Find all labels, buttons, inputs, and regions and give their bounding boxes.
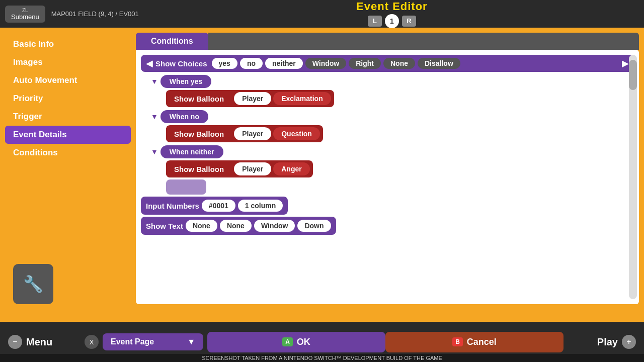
balloon-neither-type[interactable]: Anger: [273, 162, 309, 175]
show-choices-row: ◀ Show Choices yes no neither Window Rig…: [141, 55, 634, 72]
input-columns-pill[interactable]: 1 column: [238, 200, 283, 212]
show-text-opt2[interactable]: None: [220, 220, 252, 232]
top-bar: ZL Submenu MAP001 FIELD (9, 4) / EV001 E…: [0, 0, 644, 28]
when-no-block: ▼ When no Show Balloon Player Question: [151, 110, 634, 142]
show-balloon-neither-label: Show Balloon: [166, 161, 232, 177]
empty-block: [166, 179, 206, 195]
balloon-yes-type[interactable]: Exclamation: [273, 92, 331, 105]
ok-button[interactable]: A OK: [207, 332, 385, 352]
b-badge: B: [452, 337, 463, 346]
show-balloon-no-label: Show Balloon: [166, 126, 232, 142]
sidebar-item-trigger[interactable]: Trigger: [5, 108, 131, 126]
input-numbers-row: Input Numbers #0001 1 column: [141, 197, 288, 215]
page-left-button[interactable]: L: [368, 16, 382, 27]
scroll-thumb: [629, 60, 637, 90]
balloon-neither-target[interactable]: Player: [234, 162, 271, 175]
a-badge: A: [282, 337, 293, 346]
expand-yes-arrow[interactable]: ▼: [151, 77, 158, 85]
choice-pill-yes[interactable]: yes: [212, 58, 237, 69]
event-page-label: Event Page: [111, 337, 154, 346]
choices-nav-right[interactable]: ▶: [622, 58, 629, 69]
show-choices-label: Show Choices: [155, 59, 207, 68]
balloon-no-target[interactable]: Player: [234, 127, 271, 140]
choice-pill-no[interactable]: no: [240, 58, 263, 69]
add-icon-box: 🔧: [13, 264, 53, 304]
scrollbar[interactable]: [629, 55, 637, 299]
show-text-opt4[interactable]: Down: [297, 220, 331, 232]
title-area: Event Editor L 1 R: [145, 0, 639, 28]
show-balloon-yes-label: Show Balloon: [166, 90, 232, 107]
event-page-section: X Event Page ▼: [80, 333, 207, 350]
conditions-tab-bar: Conditions: [136, 33, 639, 50]
right-panel: Conditions ◀ Show Choices yes no neither…: [136, 33, 639, 304]
when-neither-block: ▼ When neither Show Balloon Player Anger: [151, 145, 634, 195]
sidebar-item-auto-movement[interactable]: Auto Movement: [5, 71, 131, 89]
zl-label: ZL: [22, 8, 28, 13]
show-balloon-neither-row: Show Balloon Player Anger: [166, 160, 313, 177]
plus-circle-icon[interactable]: +: [622, 335, 636, 349]
sidebar-item-basic-info[interactable]: Basic Info: [5, 35, 131, 53]
page-right-button[interactable]: R: [402, 16, 416, 27]
x-badge: X: [85, 335, 99, 349]
main-content: Basic Info Images Auto Movement Priority…: [0, 28, 644, 309]
minus-circle-icon[interactable]: −: [8, 335, 22, 349]
ok-label: OK: [297, 337, 310, 347]
cancel-label: Cancel: [467, 337, 497, 347]
bottom-bar: − Menu X Event Page ▼ A OK B Cancel Play…: [0, 322, 644, 362]
when-neither-button[interactable]: When neither: [160, 145, 223, 158]
choice-pill-none[interactable]: None: [383, 58, 415, 69]
submenu-button[interactable]: ZL Submenu: [5, 6, 45, 23]
submenu-label: Submenu: [11, 13, 39, 21]
expand-no-arrow[interactable]: ▼: [151, 113, 158, 121]
input-numbers-label: Input Numbers: [146, 202, 199, 210]
menu-section: − Menu: [0, 335, 80, 349]
show-text-opt3[interactable]: Window: [254, 220, 295, 232]
menu-button[interactable]: Menu: [26, 336, 52, 348]
show-balloon-no-row: Show Balloon Player Question: [166, 125, 323, 142]
when-no-label: ▼ When no: [151, 110, 208, 123]
when-yes-button[interactable]: When yes: [160, 75, 211, 88]
when-no-button[interactable]: When no: [160, 110, 208, 123]
event-panel: ◀ Show Choices yes no neither Window Rig…: [136, 50, 639, 304]
when-yes-block: ▼ When yes Show Balloon Player Exclamati…: [151, 75, 634, 107]
dropdown-arrow-icon: ▼: [187, 337, 195, 346]
show-text-row: Show Text None None Window Down: [141, 217, 336, 235]
choice-pill-right[interactable]: Right: [349, 58, 381, 69]
play-button[interactable]: Play: [597, 336, 618, 348]
editor-title: Event Editor: [145, 0, 639, 13]
breadcrumb: MAP001 FIELD (9, 4) / EV001: [51, 10, 139, 18]
input-id-pill[interactable]: #0001: [202, 200, 235, 212]
balloon-no-type[interactable]: Question: [273, 127, 320, 140]
sidebar-item-conditions[interactable]: Conditions: [5, 144, 131, 162]
page-number: 1: [385, 14, 399, 28]
conditions-tab[interactable]: Conditions: [136, 33, 208, 50]
sidebar: Basic Info Images Auto Movement Priority…: [5, 33, 131, 304]
play-section: Play +: [564, 335, 644, 349]
show-text-opt1[interactable]: None: [186, 220, 217, 232]
choice-pill-neither[interactable]: neither: [265, 58, 303, 69]
page-nav: L 1 R: [145, 14, 639, 28]
sidebar-item-images[interactable]: Images: [5, 53, 131, 71]
choices-nav-left[interactable]: ◀: [146, 58, 153, 69]
sidebar-item-event-details[interactable]: Event Details: [5, 126, 131, 144]
choice-pill-disallow[interactable]: Disallow: [418, 58, 460, 69]
plus-icon: 🔧: [23, 275, 43, 294]
expand-neither-arrow[interactable]: ▼: [151, 148, 158, 156]
choice-pill-window[interactable]: Window: [305, 58, 347, 69]
event-page-dropdown[interactable]: Event Page ▼: [103, 333, 203, 350]
balloon-yes-target[interactable]: Player: [234, 92, 271, 105]
show-balloon-yes-row: Show Balloon Player Exclamation: [166, 90, 334, 107]
cancel-button[interactable]: B Cancel: [385, 332, 564, 352]
tab-filler: [208, 33, 639, 50]
show-text-label: Show Text: [146, 222, 183, 230]
when-neither-label: ▼ When neither: [151, 145, 223, 158]
sidebar-item-priority[interactable]: Priority: [5, 89, 131, 108]
when-yes-label: ▼ When yes: [151, 75, 211, 88]
bottom-notice: SCREENSHOT TAKEN FROM A NINTENDO SWITCH™…: [0, 354, 644, 362]
